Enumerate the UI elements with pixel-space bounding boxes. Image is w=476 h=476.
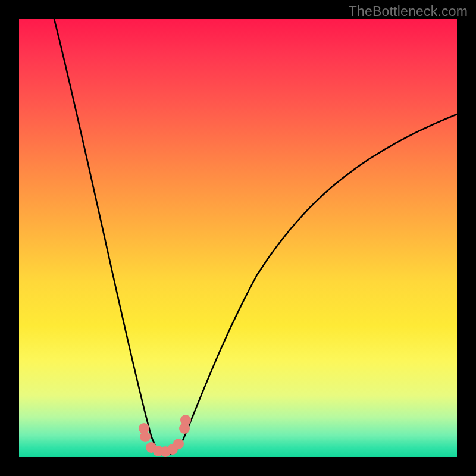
chart-frame: TheBottleneck.com xyxy=(0,0,476,476)
curve-layer xyxy=(19,19,457,457)
plot-area xyxy=(19,19,457,457)
svg-point-6 xyxy=(173,439,184,449)
bottleneck-curve xyxy=(54,19,457,455)
svg-point-1 xyxy=(140,431,151,442)
watermark-text: TheBottleneck.com xyxy=(349,4,468,20)
svg-point-8 xyxy=(180,415,191,425)
